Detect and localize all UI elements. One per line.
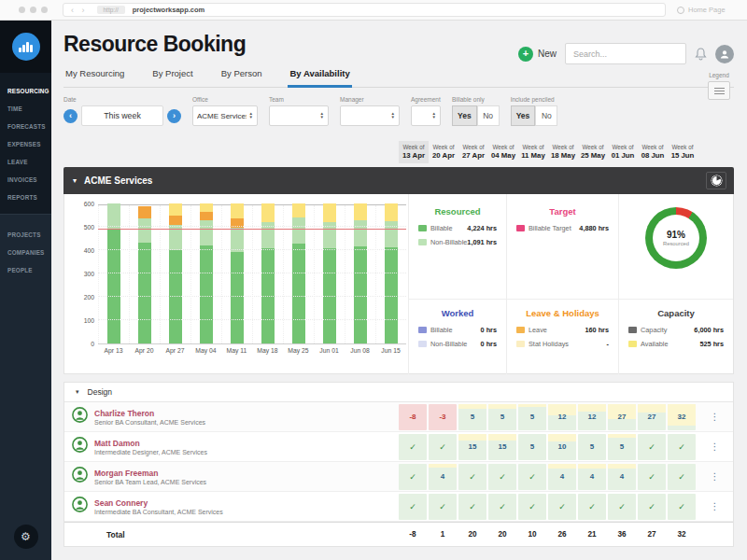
sidebar-item-leave[interactable]: LEAVE — [0, 153, 51, 171]
booking-cell[interactable]: 15 — [488, 434, 516, 460]
booking-cell[interactable]: ✓ — [488, 464, 516, 490]
sidebar-item-people[interactable]: PEOPLE — [0, 261, 51, 279]
user-avatar[interactable] — [715, 45, 734, 63]
team-select[interactable]: ▲▼ — [269, 105, 329, 126]
booking-cell[interactable]: 5 — [518, 434, 546, 460]
booking-cell[interactable]: ✓ — [399, 494, 427, 520]
penciled-yes-button[interactable]: Yes — [511, 105, 536, 126]
booking-cell[interactable]: 5 — [458, 404, 486, 430]
booking-cell[interactable]: 4 — [429, 464, 457, 490]
booking-cell[interactable]: ✓ — [608, 494, 636, 520]
app-logo[interactable] — [0, 21, 51, 73]
stacked-bar[interactable] — [231, 203, 244, 343]
booking-cell[interactable]: ✓ — [668, 434, 696, 460]
url-text: projectworksapp.com — [133, 6, 205, 14]
booking-cell[interactable]: ✓ — [458, 494, 486, 520]
billable-yes-button[interactable]: Yes — [452, 105, 477, 126]
legend-button[interactable] — [708, 81, 730, 100]
row-menu-button[interactable]: ⋮ — [697, 412, 733, 422]
sidebar-item-projects[interactable]: PROJECTS — [0, 226, 51, 244]
sidebar-item-time[interactable]: TIME — [0, 100, 51, 118]
booking-cell[interactable]: 27 — [638, 404, 666, 430]
date-range-value[interactable]: This week — [81, 105, 163, 126]
tab-my-resourcing[interactable]: My Resourcing — [63, 68, 126, 87]
booking-cell[interactable]: ✓ — [638, 434, 666, 460]
row-menu-button[interactable]: ⋮ — [697, 471, 733, 482]
sidebar-item-companies[interactable]: COMPANIES — [0, 244, 51, 261]
stacked-bar[interactable] — [385, 203, 398, 343]
prev-week-button[interactable]: ‹ — [63, 109, 78, 123]
booking-cell[interactable]: ✓ — [488, 494, 516, 520]
booking-cell[interactable]: 32 — [668, 404, 696, 430]
person-name-link[interactable]: Charlize Theron — [94, 409, 205, 418]
new-button[interactable]: + New — [518, 47, 557, 62]
week-column-header: Week of11 May — [518, 141, 548, 163]
stacked-bar[interactable] — [107, 203, 120, 343]
booking-cell[interactable]: ✓ — [638, 494, 666, 520]
sidebar-item-forecasts[interactable]: FORECASTS — [0, 118, 51, 135]
tab-by-availability[interactable]: By Availability — [288, 68, 351, 88]
office-select[interactable]: ACME Services ▲▼ — [192, 105, 258, 126]
booking-cell[interactable]: ✓ — [668, 494, 696, 520]
booking-cell[interactable]: ✓ — [578, 494, 606, 520]
booking-cell[interactable]: ✓ — [668, 464, 696, 490]
booking-cell[interactable]: 5 — [518, 404, 546, 430]
booking-cell[interactable]: 12 — [578, 404, 606, 430]
sidebar-item-reports[interactable]: REPORTS — [0, 189, 51, 206]
agreement-select[interactable]: ▲▼ — [411, 105, 441, 126]
person-info: Morgan FreemanSenior BA Team Lead, ACME … — [64, 467, 398, 486]
next-week-button[interactable]: › — [167, 109, 181, 123]
person-name-link[interactable]: Matt Damon — [94, 439, 207, 448]
booking-cell[interactable]: ✓ — [548, 494, 576, 520]
booking-cell[interactable]: ✓ — [458, 464, 486, 490]
group-header-acme[interactable]: ▾ ACME Services — [63, 167, 734, 194]
booking-cell[interactable]: 5 — [578, 434, 606, 460]
booking-cell[interactable]: ✓ — [399, 464, 427, 490]
penciled-no-button[interactable]: No — [535, 105, 557, 126]
stacked-bar[interactable] — [354, 203, 367, 343]
row-menu-button[interactable]: ⋮ — [697, 501, 733, 511]
booking-cell[interactable]: 4 — [578, 464, 606, 490]
booking-cell[interactable]: 4 — [608, 464, 636, 490]
booking-cell[interactable]: ✓ — [429, 434, 457, 460]
booking-cell[interactable]: -3 — [429, 404, 457, 430]
sidebar-item-resourcing[interactable]: RESOURCING — [0, 82, 51, 100]
search-input[interactable] — [565, 43, 686, 64]
stacked-bar[interactable] — [169, 203, 182, 343]
booking-cell[interactable]: 5 — [608, 434, 636, 460]
sidebar-item-expenses[interactable]: EXPENSES — [0, 135, 51, 153]
stacked-bar[interactable] — [200, 203, 213, 343]
section-header-design[interactable]: ▾ Design — [64, 383, 733, 402]
person-name-link[interactable]: Sean Connery — [94, 498, 223, 508]
person-name-link[interactable]: Morgan Freeman — [94, 469, 206, 478]
tab-by-person[interactable]: By Person — [219, 68, 264, 87]
home-page-link[interactable]: Home Page — [677, 6, 726, 14]
stacked-bar[interactable] — [292, 203, 305, 343]
chart-toggle-button[interactable] — [706, 172, 726, 189]
booking-cell[interactable]: ✓ — [518, 494, 546, 520]
booking-cell[interactable]: 15 — [458, 434, 486, 460]
booking-cell[interactable]: 12 — [548, 404, 576, 430]
manager-select[interactable]: ▲▼ — [340, 105, 400, 126]
stacked-bar[interactable] — [261, 203, 275, 343]
settings-gear-icon[interactable]: ⚙ — [14, 525, 38, 549]
booking-cell[interactable]: 10 — [548, 434, 576, 460]
booking-cell[interactable]: ✓ — [518, 464, 546, 490]
booking-cell[interactable]: 4 — [548, 464, 576, 490]
booking-cell[interactable]: 27 — [608, 404, 636, 430]
billable-no-button[interactable]: No — [477, 105, 500, 126]
stacked-bar[interactable] — [138, 203, 151, 343]
tab-by-project[interactable]: By Project — [150, 68, 194, 87]
sidebar-item-invoices[interactable]: INVOICES — [0, 171, 51, 189]
booking-cell[interactable]: ✓ — [399, 434, 427, 460]
booking-cell[interactable]: ✓ — [638, 464, 666, 490]
window-controls[interactable] — [19, 7, 48, 13]
browser-nav-arrows[interactable]: ‹ › — [71, 6, 88, 15]
stacked-bar[interactable] — [323, 203, 336, 343]
row-menu-button[interactable]: ⋮ — [697, 441, 733, 452]
booking-cell[interactable]: ✓ — [429, 494, 457, 520]
booking-cell[interactable]: -8 — [399, 404, 427, 430]
booking-cell[interactable]: 5 — [488, 404, 516, 430]
bell-icon[interactable] — [695, 48, 707, 61]
url-bar[interactable]: ‹ › http:// projectworksapp.com — [63, 3, 666, 17]
